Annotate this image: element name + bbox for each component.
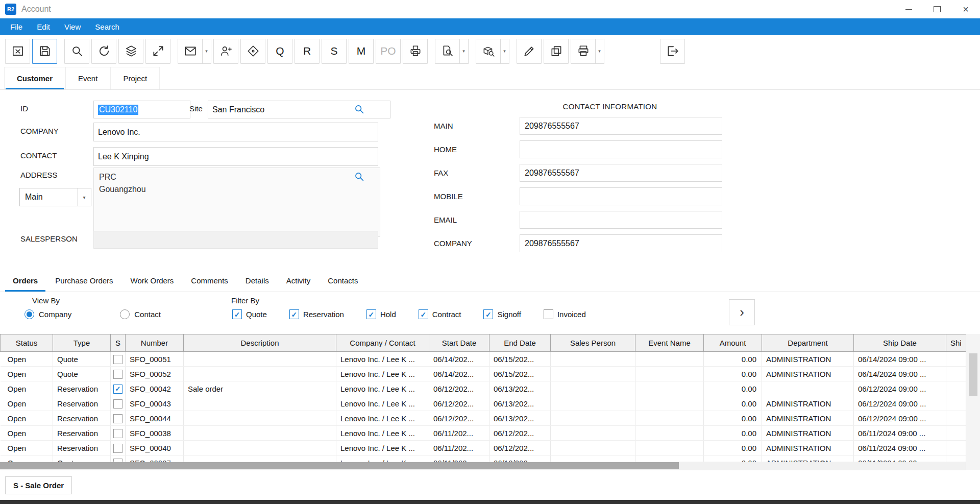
- print-icon: [577, 44, 590, 58]
- email-dropdown-button[interactable]: ▾: [202, 39, 211, 64]
- new-misc-order-button[interactable]: M: [349, 39, 374, 64]
- column-header-ship-date[interactable]: Ship Date: [854, 334, 946, 352]
- expand-button[interactable]: [145, 39, 170, 64]
- row-checkbox[interactable]: [113, 399, 122, 409]
- contact-info-field[interactable]: [520, 211, 722, 229]
- site-search-icon[interactable]: [354, 104, 364, 114]
- close-button[interactable]: ×: [951, 0, 980, 18]
- vertical-scrollbar-thumb[interactable]: [969, 353, 977, 396]
- address-search-icon[interactable]: [354, 171, 364, 182]
- table-row[interactable]: Open Reservation SFO_00038 Lenovo Inc. /…: [1, 426, 966, 441]
- fax-button[interactable]: [403, 39, 428, 64]
- main-tab[interactable]: Customer: [4, 67, 65, 89]
- item-search-button[interactable]: [476, 39, 501, 64]
- column-header-amount[interactable]: Amount: [704, 334, 762, 352]
- table-row[interactable]: Open Reservation SFO_00040 Lenovo Inc. /…: [1, 441, 966, 455]
- new-sale-order-button[interactable]: S: [322, 39, 347, 64]
- maximize-button[interactable]: [923, 0, 951, 18]
- menu-item[interactable]: View: [57, 18, 88, 35]
- column-header-sales-person[interactable]: Sales Person: [551, 334, 635, 352]
- column-header-event-name[interactable]: Event Name: [635, 334, 704, 352]
- menu-item[interactable]: File: [3, 18, 30, 35]
- salesperson-field[interactable]: [93, 231, 378, 249]
- contact-info-field[interactable]: 209876555567: [520, 164, 722, 182]
- detail-tab[interactable]: Orders: [4, 270, 46, 292]
- id-field[interactable]: CU302110: [93, 101, 190, 118]
- contact-info-field[interactable]: [520, 187, 722, 205]
- filter-checkbox[interactable]: Invoiced: [544, 309, 586, 319]
- row-checkbox[interactable]: [113, 414, 122, 423]
- contact-info-field[interactable]: 209876555567: [520, 234, 722, 252]
- menu-item[interactable]: Search: [88, 18, 127, 35]
- contact-info-field[interactable]: [520, 140, 722, 158]
- table-row[interactable]: Open Reservation SFO_00044 Lenovo Inc. /…: [1, 411, 966, 426]
- detail-tab[interactable]: Comments: [182, 270, 237, 292]
- detail-tab[interactable]: Activity: [278, 270, 320, 292]
- row-checkbox[interactable]: [113, 355, 122, 364]
- row-checkbox[interactable]: [113, 370, 122, 379]
- layers-button[interactable]: [118, 39, 143, 64]
- column-header-truncated[interactable]: Shi: [946, 334, 966, 352]
- item-search-dropdown-button[interactable]: ▾: [500, 39, 509, 64]
- add-contact-button[interactable]: [213, 39, 238, 64]
- filter-checkbox[interactable]: Contract: [419, 309, 461, 319]
- column-header-department[interactable]: Department: [762, 334, 854, 352]
- email-button[interactable]: [178, 39, 203, 64]
- copy-button[interactable]: [544, 39, 569, 64]
- contact-field[interactable]: Lee K Xinping: [93, 147, 378, 166]
- horizontal-scrollbar[interactable]: [0, 462, 966, 470]
- tag-button[interactable]: [240, 39, 265, 64]
- exit-button[interactable]: [660, 39, 685, 64]
- expand-panel-button[interactable]: ›: [729, 299, 755, 325]
- edit-button[interactable]: [517, 39, 542, 64]
- menu-item[interactable]: Edit: [30, 18, 57, 35]
- save-button[interactable]: [32, 39, 57, 64]
- contact-info-field[interactable]: 209876555567: [520, 117, 722, 135]
- column-header-start-date[interactable]: Start Date: [429, 334, 489, 352]
- refresh-button[interactable]: [91, 39, 116, 64]
- new-reservation-button[interactable]: R: [295, 39, 320, 64]
- column-header-status[interactable]: Status: [1, 334, 53, 352]
- filter-checkbox[interactable]: Quote: [232, 309, 267, 319]
- print-button[interactable]: [571, 39, 596, 64]
- filter-checkbox[interactable]: Hold: [366, 309, 396, 319]
- horizontal-scrollbar-thumb[interactable]: [0, 462, 679, 469]
- column-header-end-date[interactable]: End Date: [489, 334, 551, 352]
- row-checkbox[interactable]: [113, 429, 122, 438]
- close-record-button[interactable]: [5, 39, 30, 64]
- tab-label: Comments: [191, 276, 228, 285]
- main-tab[interactable]: Event: [65, 67, 110, 89]
- column-header-company-contact[interactable]: Company / Contact: [336, 334, 429, 352]
- table-row[interactable]: Open Quote SFO_00051 Lenovo Inc. / Lee K…: [1, 352, 966, 367]
- address-type-select[interactable]: Main ▾: [19, 188, 91, 206]
- vertical-scrollbar[interactable]: [966, 334, 980, 470]
- new-po-button[interactable]: PO: [376, 39, 401, 64]
- table-row[interactable]: Open Reservation SFO_00043 Lenovo Inc. /…: [1, 396, 966, 411]
- row-checkbox[interactable]: [113, 385, 122, 394]
- column-header-type[interactable]: Type: [53, 334, 111, 352]
- column-header-number[interactable]: Number: [126, 334, 184, 352]
- print-dropdown-button[interactable]: ▾: [595, 39, 604, 64]
- company-field[interactable]: Lenovo Inc.: [93, 123, 378, 141]
- detail-tab[interactable]: Purchase Orders: [46, 270, 121, 292]
- checkbox-label: Reservation: [303, 310, 344, 319]
- row-checkbox[interactable]: [113, 444, 122, 453]
- column-header-s[interactable]: S: [111, 334, 126, 352]
- filter-checkbox[interactable]: Reservation: [289, 309, 344, 319]
- main-tab[interactable]: Project: [110, 67, 160, 89]
- filter-checkbox[interactable]: Signoff: [483, 309, 521, 319]
- search-button[interactable]: [64, 39, 89, 64]
- document-search-button[interactable]: [435, 39, 460, 64]
- detail-tab[interactable]: Contacts: [319, 270, 366, 292]
- column-header-description[interactable]: Description: [184, 334, 336, 352]
- table-row[interactable]: Open Reservation SFO_00042 Sale order Le…: [1, 381, 966, 396]
- view-by-radio[interactable]: Contact: [120, 309, 161, 319]
- document-search-dropdown-button[interactable]: ▾: [459, 39, 469, 64]
- address-field[interactable]: PRC Gouangzhou: [93, 167, 380, 237]
- table-row[interactable]: Open Quote SFO_00052 Lenovo Inc. / Lee K…: [1, 367, 966, 381]
- new-quote-button[interactable]: Q: [267, 39, 292, 64]
- minimize-button[interactable]: [894, 0, 923, 18]
- detail-tab[interactable]: Details: [237, 270, 278, 292]
- view-by-radio[interactable]: Company: [24, 309, 71, 319]
- detail-tab[interactable]: Work Orders: [122, 270, 183, 292]
